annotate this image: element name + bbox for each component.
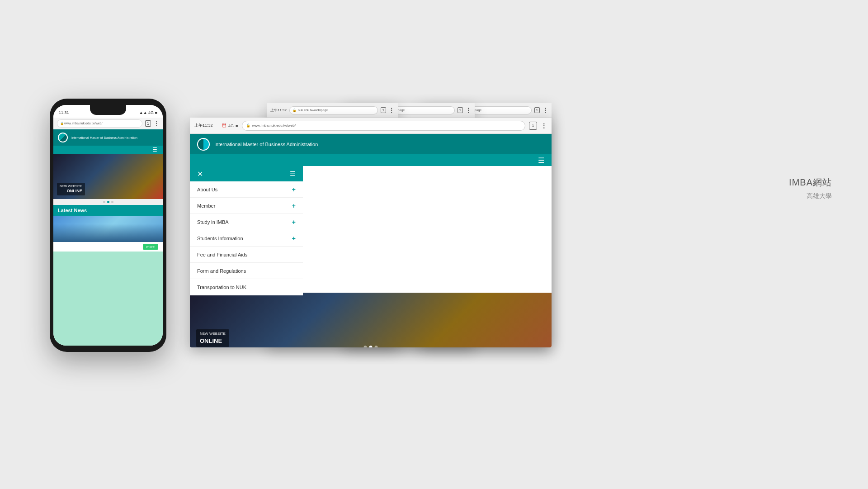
main-hamburger-icon[interactable]: ☰ bbox=[538, 156, 544, 165]
dropdown-item-about-us-plus: + bbox=[292, 186, 296, 193]
dropdown-item-students-info[interactable]: Students Information + bbox=[190, 230, 303, 247]
dropdown-item-fee-label: Fee and Financial Aids bbox=[197, 252, 247, 257]
phone-browser-bar: 🔒 www.imba.nuk.edu.tw/web/ 1 ⋮ bbox=[53, 118, 163, 129]
phone-site-header: International Master of Business Adminis… bbox=[53, 129, 163, 146]
dropdown-item-transport[interactable]: Transportation to NUK bbox=[190, 279, 303, 295]
main-url-input[interactable]: 🔒 www.imba.nuk.edu.tw/web/ bbox=[242, 121, 526, 131]
phone-dot-2[interactable] bbox=[107, 201, 109, 203]
dropdown-item-students-info-plus: + bbox=[292, 235, 296, 242]
battery-full-icon: ■ bbox=[236, 123, 238, 128]
phone-more-btn-container: more bbox=[53, 242, 163, 252]
dropdown-item-study[interactable]: Study in IMBA + bbox=[190, 214, 303, 230]
main-site-logo bbox=[197, 138, 210, 151]
main-hero-badge: NEW WEBSITE ONLINE bbox=[196, 329, 229, 347]
dropdown-item-study-label: Study in IMBA bbox=[197, 219, 229, 225]
phone-more-button[interactable]: more bbox=[143, 244, 158, 250]
dropdown-item-fee[interactable]: Fee and Financial Aids bbox=[190, 247, 303, 263]
phone-lock-icon: 🔒 bbox=[60, 122, 64, 125]
main-site-header: International Master of Business Adminis… bbox=[190, 134, 552, 154]
hero-dot-1 bbox=[364, 346, 367, 347]
dropdown-item-about-us[interactable]: About Us + bbox=[190, 181, 303, 198]
dropdown-close-button[interactable]: ✕ bbox=[197, 170, 203, 178]
phone-logo bbox=[58, 133, 68, 142]
hero-dot-3 bbox=[375, 346, 378, 347]
dropdown-item-forms-label: Form and Regulations bbox=[197, 268, 246, 274]
dropdown-item-about-us-label: About Us bbox=[197, 187, 217, 192]
main-hero-online: ONLINE bbox=[200, 337, 226, 346]
signal-dots-icon: ··· bbox=[217, 123, 220, 128]
main-hero-dots bbox=[364, 346, 378, 347]
dropdown-item-study-plus: + bbox=[292, 218, 296, 226]
main-more-icon[interactable]: ⋮ bbox=[541, 122, 547, 129]
dropdown-item-transport-label: Transportation to NUK bbox=[197, 285, 246, 290]
main-dropdown-menu: ✕ ☰ About Us + Member + bbox=[190, 166, 303, 295]
phone-more-icon[interactable]: ⋮ bbox=[154, 120, 159, 127]
main-browser-window: 上午11:32 ··· ⏰ 4G ■ 🔒 www.imba.nuk.edu.tw… bbox=[190, 118, 552, 347]
phone-online-label: ONLINE bbox=[60, 188, 82, 194]
phone-news-image-overlay bbox=[53, 224, 163, 242]
hero-dot-2[interactable] bbox=[369, 346, 373, 347]
main-browser-stack: 上午11:32 ··· ⏰ 4G ■ 🔒 www.imba.nuk.edu.tw… bbox=[190, 103, 552, 347]
dropdown-header: ✕ ☰ bbox=[190, 166, 303, 181]
phone-notch bbox=[90, 105, 126, 115]
main-addr-time: 上午11:32 bbox=[194, 123, 213, 128]
main-url-text: www.imba.nuk.edu.tw/web/ bbox=[252, 123, 296, 128]
phone-signal-icons: ▲▲ 4G ■ bbox=[139, 110, 157, 115]
phone-left: 11:31 ▲▲ 4G ■ 🔒 www.imba.nuk.edu.tw/web/… bbox=[50, 99, 166, 352]
phone-latest-news-title: Latest News bbox=[58, 208, 158, 213]
dropdown-item-member[interactable]: Member + bbox=[190, 198, 303, 214]
dropdown-menu-icon: ☰ bbox=[290, 170, 296, 177]
phone-dot-1 bbox=[103, 201, 105, 203]
phone-site-title: International Master of Business Adminis… bbox=[71, 136, 158, 139]
phone-dot-3 bbox=[111, 201, 113, 203]
sidebar-sub-label: 高雄大學 bbox=[789, 192, 832, 200]
phone-nav-bar: ☰ bbox=[53, 146, 163, 154]
phone-hero: NEW WEBSITE ONLINE bbox=[53, 154, 163, 199]
phone-time: 11:31 bbox=[59, 110, 69, 115]
main-site-content: International Master of Business Adminis… bbox=[190, 134, 552, 347]
main-addr-signal-icons: ··· ⏰ 4G ■ bbox=[217, 123, 238, 128]
phone-carousel-dots bbox=[53, 199, 163, 205]
phone-hero-badge: NEW WEBSITE ONLINE bbox=[57, 183, 85, 195]
sidebar-text-block: IMBA網站 高雄大學 bbox=[789, 176, 832, 200]
main-hero-new-website: NEW WEBSITE bbox=[200, 331, 226, 337]
phone-tab-count: 1 bbox=[145, 120, 151, 127]
dropdown-item-forms[interactable]: Form and Regulations bbox=[190, 263, 303, 279]
dropdown-items-list: About Us + Member + Study in IMBA + bbox=[190, 181, 303, 295]
main-lock-icon: 🔒 bbox=[246, 123, 250, 128]
phone-latest-news-bar: Latest News bbox=[53, 205, 163, 216]
sidebar-main-label: IMBA網站 bbox=[789, 176, 832, 189]
dropdown-item-member-label: Member bbox=[197, 203, 215, 209]
phone-news-image bbox=[53, 216, 163, 242]
main-hero: NEW WEBSITE ONLINE bbox=[190, 293, 552, 347]
main-addr-bar: 上午11:32 ··· ⏰ 4G ■ 🔒 www.imba.nuk.edu.tw… bbox=[190, 118, 552, 134]
main-tab-count[interactable]: 1 bbox=[529, 122, 537, 130]
battery-icon: 4G bbox=[228, 123, 234, 128]
phone-hamburger-icon[interactable]: ☰ bbox=[152, 147, 157, 153]
clock-icon: ⏰ bbox=[222, 123, 226, 128]
phone-new-website-label: NEW WEBSITE bbox=[60, 184, 82, 189]
phone-url-text: www.imba.nuk.edu.tw/web/ bbox=[64, 122, 102, 125]
phone-screen: 11:31 ▲▲ 4G ■ 🔒 www.imba.nuk.edu.tw/web/… bbox=[53, 105, 163, 346]
main-site-title: International Master of Business Adminis… bbox=[214, 142, 318, 147]
phone-green-section bbox=[53, 252, 163, 346]
main-logo-circle bbox=[198, 139, 209, 150]
dropdown-item-students-info-label: Students Information bbox=[197, 236, 243, 241]
phone-url-bar[interactable]: 🔒 www.imba.nuk.edu.tw/web/ bbox=[57, 119, 142, 128]
dropdown-item-member-plus: + bbox=[292, 202, 296, 209]
main-site-nav: ☰ bbox=[190, 154, 552, 166]
